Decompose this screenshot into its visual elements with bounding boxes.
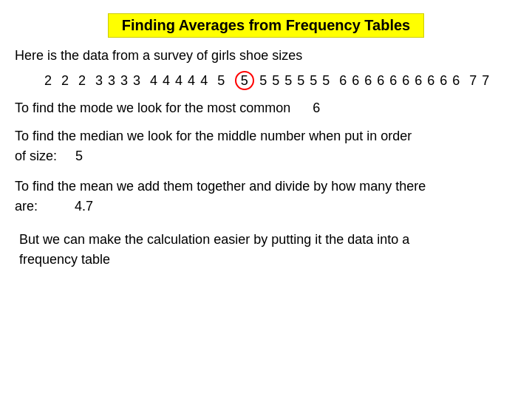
conclusion-line2: frequency table xyxy=(19,252,110,267)
mean-line1: To find the mean we add them together an… xyxy=(15,179,426,194)
median-block: To find the median we look for the middl… xyxy=(15,126,517,166)
median-indent xyxy=(61,149,72,163)
conclusion-block: But we can make the calculation easier b… xyxy=(19,230,517,270)
conclusion-line1: But we can make the calculation easier b… xyxy=(19,232,409,247)
median-line2-label: of size: xyxy=(15,149,57,163)
data-sequence-row: 2 2 2 3 3 3 3 4 4 4 4 4 5 5 5 5 5 5 5 5 … xyxy=(15,71,517,90)
median-value: 5 xyxy=(75,149,83,163)
intro-text: Here is the data from a survey of girls … xyxy=(15,48,517,64)
mean-indent xyxy=(41,199,71,214)
mode-indent xyxy=(294,100,309,115)
median-line1: To find the median we look for the middl… xyxy=(15,129,412,143)
mean-line2-label: are: xyxy=(15,199,38,214)
page-title: Finding Averages from Frequency Tables xyxy=(108,13,424,38)
circled-five: 5 xyxy=(235,71,254,90)
mode-line: To find the mode we look for the most co… xyxy=(15,100,517,116)
mean-value: 4.7 xyxy=(75,199,93,214)
mode-label: To find the mode we look for the most co… xyxy=(15,100,290,115)
mean-block: To find the mean we add them together an… xyxy=(15,177,517,216)
mode-value: 6 xyxy=(313,100,320,115)
main-container: Finding Averages from Frequency Tables H… xyxy=(0,0,532,399)
data-text-2: 5 5 5 5 5 5 6 6 6 6 6 6 6 6 6 6 7 7 xyxy=(255,73,490,89)
data-text: 2 2 2 3 3 3 3 4 4 4 4 4 5 xyxy=(44,73,234,89)
title-wrapper: Finding Averages from Frequency Tables xyxy=(15,13,517,38)
